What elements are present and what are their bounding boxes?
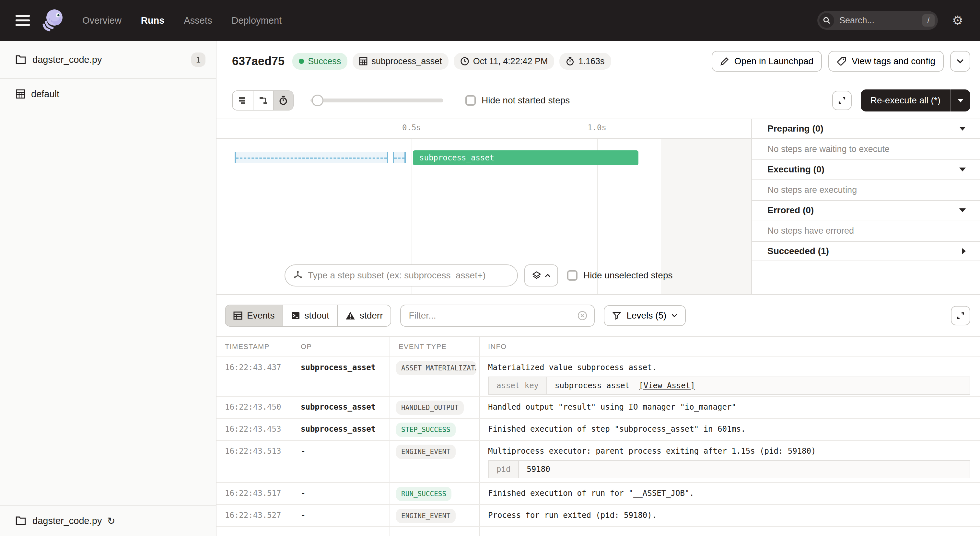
status-dot-icon <box>299 59 304 64</box>
log-row[interactable]: 16:22:43.450subprocess_assetHANDLED_OUTP… <box>216 396 980 418</box>
log-op: - <box>292 441 390 482</box>
panel-section-header[interactable]: Errored (0) <box>752 201 980 220</box>
sidebar-item-repo[interactable]: dagster_code.py 1 <box>0 41 216 79</box>
caret-down-icon <box>959 167 966 172</box>
search-shortcut-key: / <box>922 14 935 27</box>
graph-query-toggle-button[interactable] <box>524 264 558 286</box>
tab-events[interactable]: Events <box>226 305 283 326</box>
asset-pill[interactable]: subprocess_asset <box>353 53 449 70</box>
event-type-badge: RUN_SUCCESS <box>396 487 452 501</box>
tab-stderr[interactable]: stderr <box>337 305 391 326</box>
log-row[interactable]: 16:22:43.437subprocess_assetASSET_MATERI… <box>216 356 980 396</box>
refresh-icon[interactable]: ↻ <box>107 515 115 526</box>
nav-link-overview[interactable]: Overview <box>82 15 121 26</box>
funnel-icon <box>612 311 621 320</box>
folder-icon <box>16 55 26 64</box>
log-row[interactable]: 16:22:43.513-ENGINE_EVENTMultiprocess ex… <box>216 440 980 482</box>
nav-link-runs[interactable]: Runs <box>141 15 165 26</box>
log-row[interactable]: 16:22:43.527-ENGINE_EVENTProcess for run… <box>216 504 980 526</box>
log-event-type-cell: STEP_SUCCESS <box>390 419 479 440</box>
log-info-cell: Finished execution of run for "__ASSET_J… <box>479 483 980 504</box>
clear-filter-icon[interactable] <box>577 310 587 321</box>
gantt-view-mode-segment <box>232 91 294 110</box>
log-op: - <box>292 483 390 504</box>
log-event-type-cell: ENGINE_EVENT <box>390 505 479 526</box>
logs-fullscreen-button[interactable] <box>951 306 970 325</box>
log-info-cell: Multiprocess executor: parent process ex… <box>479 441 980 482</box>
beyond-run-duration-region <box>661 139 751 294</box>
hide-not-started-checkbox[interactable] <box>465 95 476 106</box>
global-search[interactable]: / <box>817 11 938 30</box>
panel-section-header[interactable]: Executing (0) <box>752 160 980 180</box>
log-op: subprocess_asset <box>292 357 390 396</box>
run-id: 637aed75 <box>232 54 285 68</box>
log-event-type-cell: RUN_SUCCESS <box>390 483 479 504</box>
log-info-text: Finished execution of run for "__ASSET_J… <box>488 489 970 498</box>
hide-unselected-checkbox[interactable] <box>567 270 578 281</box>
log-event-type-cell: HANDLED_OUTPUT <box>390 397 479 418</box>
job-grid-icon <box>16 89 25 99</box>
log-table-body: 16:22:43.437subprocess_assetASSET_MATERI… <box>216 356 980 536</box>
reexecute-all-button[interactable]: Re-execute all (*) <box>861 89 970 111</box>
clock-icon <box>460 57 469 66</box>
tab-stdout[interactable]: stdout <box>283 305 337 326</box>
flat-view-icon <box>238 95 248 105</box>
reexecute-dropdown-caret[interactable] <box>950 89 970 111</box>
log-row[interactable]: 16:22:43.453subprocess_assetSTEP_SUCCESS… <box>216 418 980 440</box>
event-type-badge: STEP_SUCCESS <box>396 423 456 437</box>
caret-down-icon <box>959 127 966 130</box>
step-subset-input[interactable] <box>308 270 509 281</box>
axis-tick: 1.0s <box>587 123 606 132</box>
log-metadata-box: asset_keysubprocess_asset[View Asset] <box>488 377 970 395</box>
levels-filter-button[interactable]: Levels (5) <box>604 305 686 326</box>
nav-link-assets[interactable]: Assets <box>184 15 212 26</box>
log-info-cell: Materialized value subprocess_asset.asse… <box>479 357 980 396</box>
view-tags-config-button[interactable]: View tags and config <box>828 51 944 72</box>
hamburger-menu-icon[interactable] <box>16 15 30 26</box>
panel-section-header[interactable]: Succeeded (1) <box>752 242 980 261</box>
view-asset-link[interactable]: [View Asset] <box>639 377 695 394</box>
column-header-event-type: EVENT TYPE <box>390 337 479 356</box>
metadata-key: pid <box>489 461 519 478</box>
log-row[interactable]: 16:22:43.517-RUN_SUCCESSFinished executi… <box>216 482 980 504</box>
sidebar-item-job-default[interactable]: default <box>0 79 216 109</box>
log-filter-box[interactable] <box>400 305 595 327</box>
gantt-fullscreen-button[interactable] <box>832 91 852 110</box>
panel-section-label: Errored (0) <box>767 205 814 215</box>
gantt-step-bar[interactable]: subprocess_asset <box>413 150 638 165</box>
panel-section-header[interactable]: Preparing (0) <box>752 119 980 139</box>
log-tabs: Eventsstdoutstderr <box>225 305 391 327</box>
hide-not-started-checkbox-row[interactable]: Hide not started steps <box>465 95 570 106</box>
stopwatch-icon <box>279 95 288 105</box>
panel-section-hint: No steps have errored <box>752 220 980 242</box>
op-selector-icon <box>293 270 303 280</box>
search-input[interactable] <box>839 16 911 25</box>
chevron-up-icon <box>545 274 550 277</box>
metadata-value: subprocess_asset[View Asset] <box>547 377 970 394</box>
view-mode-timing-button[interactable] <box>273 91 293 110</box>
hide-unselected-checkbox-row[interactable]: Hide unselected steps <box>567 270 673 281</box>
open-in-launchpad-button[interactable]: Open in Launchpad <box>712 51 822 72</box>
logs-toolbar: Eventsstdoutstderr Levels (5) <box>216 295 980 336</box>
log-op: subprocess_asset <box>292 419 390 440</box>
log-op: - <box>292 505 390 526</box>
log-filter-input[interactable] <box>409 310 577 321</box>
table-icon <box>233 311 242 320</box>
waterfall-view-icon <box>258 95 268 105</box>
gantt-zoom-slider[interactable] <box>310 99 443 102</box>
log-info-text: Handled output "result" using IO manager… <box>488 402 970 412</box>
run-more-actions-button[interactable] <box>950 51 970 72</box>
slider-knob[interactable] <box>312 95 323 106</box>
dagster-logo-icon[interactable] <box>41 8 65 33</box>
event-type-badge: HANDLED_OUTPUT <box>396 401 464 415</box>
job-label: default <box>31 89 59 100</box>
nav-link-deployment[interactable]: Deployment <box>231 15 282 26</box>
log-info-text: Process for run exited (pid: 59180). <box>488 511 970 520</box>
axis-tick: 0.5s <box>402 123 421 132</box>
main-content: 637aed75 Success subprocess_asset Oct 11… <box>216 41 980 536</box>
chevron-down-icon <box>957 59 964 64</box>
step-subset-inputbox[interactable] <box>285 264 518 286</box>
view-mode-waterfall-button[interactable] <box>253 91 273 110</box>
gear-icon[interactable]: ⚙ <box>952 14 963 27</box>
view-mode-flat-button[interactable] <box>233 91 253 110</box>
